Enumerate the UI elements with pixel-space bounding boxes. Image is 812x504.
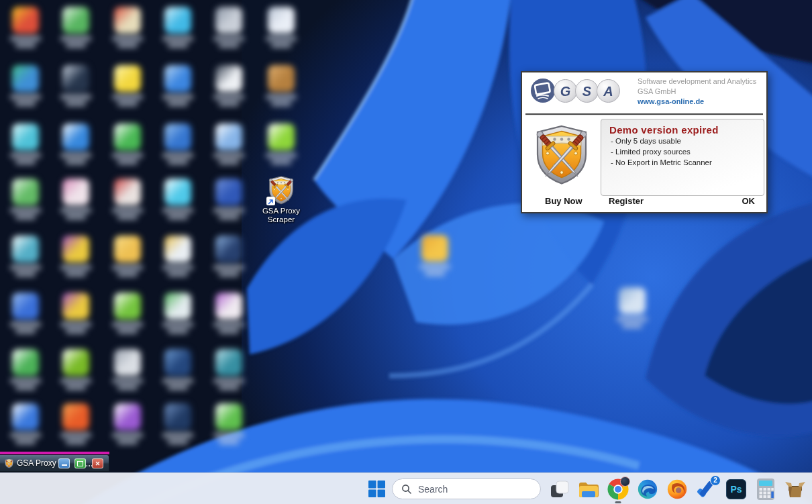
demo-info-box: Demo version expired - Only 5 days usabl…	[601, 119, 764, 196]
file-explorer-icon	[577, 478, 600, 501]
desktop-icon-blurred[interactable]	[164, 236, 192, 276]
task-view-icon	[548, 478, 570, 500]
desktop-icon-blurred[interactable]	[267, 7, 295, 48]
desktop-icon-blurred[interactable]	[215, 179, 243, 219]
chrome-profile-avatar	[620, 476, 630, 487]
desktop-icon-blurred[interactable]	[215, 236, 243, 276]
desktop-icon-blurred[interactable]	[62, 179, 90, 219]
desktop-icon-blurred[interactable]	[215, 403, 243, 444]
desktop-icon-blurred[interactable]	[113, 7, 142, 48]
file-explorer-button[interactable]	[577, 478, 600, 501]
desktop-icon-blurred[interactable]	[62, 293, 90, 334]
task-view-button[interactable]	[548, 478, 570, 501]
desktop-icon-blurred[interactable]	[267, 123, 295, 164]
svg-text:S: S	[582, 83, 592, 98]
desktop-icon-blurred[interactable]	[113, 236, 142, 276]
desktop-icon-blurred[interactable]	[113, 123, 142, 164]
gsa-letter-g-icon: G	[554, 79, 577, 103]
running-indicator	[615, 501, 621, 503]
desktop: GSA Proxy Scraper G S	[0, 0, 812, 504]
desktop-icon-blurred[interactable]	[215, 293, 243, 334]
search-placeholder: Search	[418, 484, 448, 495]
svg-text:A: A	[603, 83, 613, 98]
desktop-icon-blurred[interactable]	[267, 65, 295, 106]
limitation-item: - Only 5 days usable	[611, 136, 764, 146]
desktop-icon-blurred[interactable]	[215, 7, 243, 48]
desktop-icon-blurred[interactable]	[11, 349, 40, 390]
desktop-icon-blurred[interactable]	[215, 349, 243, 390]
desktop-icon-blurred[interactable]	[62, 349, 90, 390]
desktop-icon-blurred[interactable]	[11, 123, 40, 164]
calculator-icon	[754, 478, 777, 501]
desktop-icon-blurred[interactable]	[164, 293, 192, 334]
desktop-icon-blurred[interactable]	[421, 235, 449, 276]
start-button[interactable]	[368, 481, 385, 498]
maximize-button[interactable]	[74, 458, 86, 468]
calculator-button[interactable]	[754, 478, 777, 501]
desktop-icon-blurred[interactable]	[113, 403, 142, 444]
dialog-title: Demo version expired	[609, 124, 764, 136]
search-icon	[401, 484, 412, 495]
desktop-icon-blurred[interactable]	[11, 7, 40, 48]
desktop-icon-blurred[interactable]	[62, 7, 90, 48]
desktop-icon-blurred[interactable]	[62, 123, 90, 164]
buy-now-button[interactable]: Buy Now	[545, 196, 582, 206]
firefox-icon	[666, 478, 689, 501]
desktop-icon-blurred[interactable]	[164, 349, 192, 390]
brand-company: GSA GmbH	[638, 87, 756, 97]
desktop-icon-blurred[interactable]	[164, 179, 192, 219]
desktop-icon-blurred[interactable]	[113, 65, 142, 106]
register-button[interactable]: Register	[609, 196, 644, 206]
dialog-separator	[525, 113, 763, 115]
desktop-icon-blurred[interactable]	[11, 65, 40, 106]
taskbar-search[interactable]: Search	[392, 478, 541, 499]
window-title: GSA Proxy S	[17, 458, 57, 468]
notification-badge: 2	[710, 475, 721, 486]
photoshop-button[interactable]: Ps	[725, 478, 748, 501]
brand-website-link[interactable]: www.gsa-online.de	[638, 97, 756, 107]
desktop-icon-blurred[interactable]	[164, 123, 192, 164]
desktop-icon-blurred[interactable]	[164, 7, 192, 48]
desktop-icon-blurred[interactable]	[11, 403, 40, 444]
desktop-icon-blurred[interactable]	[11, 179, 40, 219]
gsa-shield-logo	[529, 119, 594, 189]
gsa-icon-label: GSA Proxy Scraper	[256, 207, 306, 224]
chrome-button[interactable]	[607, 478, 629, 501]
edge-icon	[636, 478, 659, 501]
desktop-icon-blurred[interactable]	[11, 236, 40, 276]
desktop-icon-blurred[interactable]	[62, 65, 90, 106]
firefox-button[interactable]	[666, 478, 689, 501]
gsa-window-titlebar[interactable]: GSA Proxy S ... ✕	[0, 454, 109, 472]
desktop-icon-blurred[interactable]	[11, 293, 40, 334]
brand-tagline: Software development and Analytics	[638, 77, 756, 87]
desktop-icon-blurred[interactable]	[113, 293, 142, 334]
close-button[interactable]: ✕	[92, 458, 103, 468]
desktop-icon-blurred[interactable]	[164, 65, 192, 106]
desktop-icon-blurred[interactable]	[113, 179, 142, 219]
ok-button[interactable]: OK	[742, 196, 756, 206]
desktop-icon-blurred[interactable]	[618, 287, 646, 328]
taskbar: Search	[0, 472, 812, 504]
desktop-icon-blurred[interactable]	[215, 123, 243, 164]
limitation-item: - No Export in Metric Scanner	[611, 157, 764, 168]
shortcut-arrow-icon	[266, 197, 275, 205]
todo-app-button[interactable]: 2	[695, 478, 718, 501]
windows-logo-icon	[368, 481, 385, 497]
minimize-button[interactable]	[58, 458, 70, 468]
gsa-logo: G S A	[530, 78, 620, 103]
gsa-monitor-logo-icon	[530, 78, 556, 103]
gsa-letter-a-icon: A	[597, 79, 620, 103]
desktop-icon-blurred[interactable]	[215, 65, 243, 106]
gsa-shield-icon-small	[4, 458, 14, 468]
gsa-letter-s-icon: S	[575, 79, 599, 103]
desktop-icon-blurred[interactable]	[62, 236, 90, 276]
desktop-icon-blurred[interactable]	[113, 349, 142, 390]
svg-text:G: G	[560, 83, 571, 98]
desktop-icon-gsa-proxy-scraper[interactable]: GSA Proxy Scraper	[256, 174, 306, 224]
edge-button[interactable]	[636, 478, 659, 501]
box-app-button[interactable]	[784, 478, 807, 501]
desktop-icon-blurred[interactable]	[62, 403, 90, 444]
limitation-item: - Limited proxy sources	[611, 146, 764, 157]
open-box-icon	[784, 478, 807, 501]
desktop-icon-blurred[interactable]	[164, 403, 192, 444]
